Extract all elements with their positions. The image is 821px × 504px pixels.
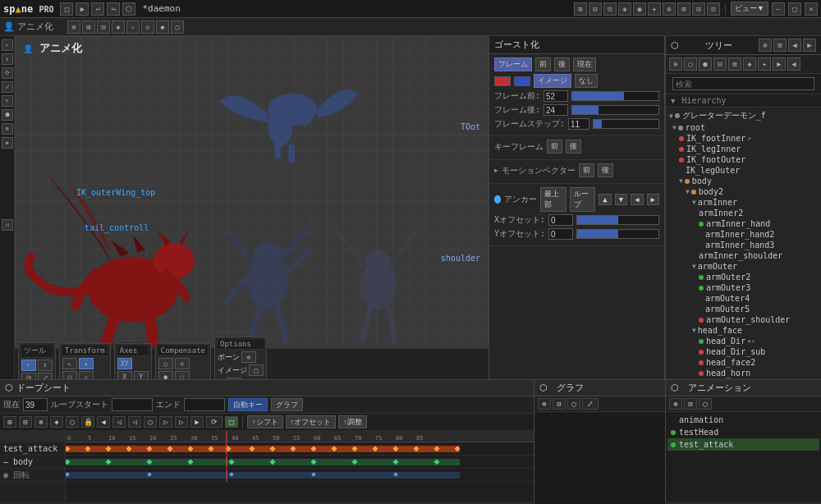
tree-item[interactable]: head_mouth — [666, 378, 821, 379]
none-tab[interactable]: なし — [575, 74, 598, 88]
top-btn[interactable]: 最上部 — [540, 187, 566, 212]
down-btn[interactable]: ▼ — [615, 194, 627, 205]
view-menu-btn[interactable]: ビュー▼ — [731, 2, 768, 16]
axes-btn-3[interactable]: Y — [134, 371, 149, 379]
axes-btn-2[interactable]: X — [117, 371, 132, 379]
anim-item-3[interactable]: test_attack — [667, 438, 819, 451]
tree-tb-6[interactable]: ◈ — [743, 57, 756, 71]
graph-btn-3[interactable]: ○ — [567, 398, 580, 410]
tree-item[interactable]: armOuter5 — [666, 304, 821, 314]
x-offset-bar[interactable] — [576, 215, 659, 225]
tool-scale[interactable]: ⤢ — [38, 373, 53, 380]
tool-move[interactable]: ↕ — [38, 360, 53, 371]
tree-item[interactable]: armInner_shoulder — [666, 250, 821, 261]
ds-ctrl-8[interactable]: ◁ — [112, 416, 126, 428]
toolbar-icon-2[interactable]: ⊟ — [589, 2, 602, 16]
tool-7[interactable]: ⊕ — [2, 123, 13, 135]
anim-btn-3[interactable]: ○ — [699, 398, 712, 410]
tree-item[interactable]: ▼ グレーターデーモン_f — [666, 109, 821, 122]
transform-btn-2[interactable]: ✦ — [79, 358, 94, 369]
comp-btn-1[interactable]: ○ — [158, 358, 173, 369]
tree-tb-9[interactable]: ◀ — [787, 57, 800, 71]
toolbar-icon-3[interactable]: ⊡ — [603, 2, 617, 16]
comp-btn-2[interactable]: ⊙ — [175, 358, 190, 369]
ds-ctrl-13[interactable]: ▶ — [190, 416, 204, 428]
toolbar-icon-6[interactable]: ✦ — [648, 2, 661, 16]
toolbar-icon-10[interactable]: ⊡ — [707, 2, 720, 16]
close-btn[interactable]: × — [805, 2, 818, 16]
tree-collapse[interactable]: ◀ — [788, 39, 801, 52]
motion-toggle[interactable]: ▶ — [494, 167, 498, 174]
toolbar-icon-9[interactable]: ⊟ — [692, 2, 705, 16]
open-icon[interactable]: ▶ — [76, 2, 89, 16]
ds-ctrl-10[interactable]: ○ — [144, 416, 157, 428]
transform-btn-4[interactable]: △ — [79, 371, 94, 379]
track-label-2[interactable]: – body — [0, 456, 65, 469]
tool-1[interactable]: ↖ — [2, 39, 13, 51]
image-option-icon[interactable]: □ — [249, 364, 264, 376]
second-tb-icon-3[interactable]: ⊟ — [97, 21, 110, 34]
tree-item[interactable]: head_horn — [666, 368, 821, 378]
toolbar-icon-7[interactable]: ⊕ — [663, 2, 676, 16]
settings-icon[interactable]: ⬡ — [122, 2, 135, 16]
track-data-3[interactable] — [66, 469, 534, 482]
tool-6[interactable]: ⬟ — [2, 109, 13, 121]
frame-step-input[interactable] — [568, 118, 589, 130]
ds-ctrl-2[interactable]: ⊟ — [19, 416, 32, 428]
tree-tb-3[interactable]: ● — [699, 57, 712, 71]
autokey-btn[interactable]: 自動キー — [228, 398, 268, 411]
anim-btn-1[interactable]: ⊕ — [669, 398, 682, 410]
undo-icon[interactable]: ↩ — [91, 2, 104, 16]
tree-tb-8[interactable]: ▶ — [773, 57, 786, 71]
tree-tool-1[interactable]: ⊕ — [759, 39, 772, 52]
toolbar-icon-5[interactable]: ◉ — [633, 2, 646, 16]
bone-option-icon[interactable]: ⊕ — [241, 351, 256, 363]
tree-tool-2[interactable]: ⊞ — [773, 39, 787, 52]
tree-item[interactable]: armInner2 — [666, 208, 821, 218]
ds-ctrl-7[interactable]: ◀ — [97, 416, 110, 428]
transform-btn-1[interactable]: ↖ — [62, 358, 77, 369]
y-offset-bar[interactable] — [576, 229, 659, 239]
second-tb-icon-2[interactable]: ⊞ — [82, 21, 95, 34]
graph-content[interactable] — [534, 412, 665, 504]
frame-before-input[interactable] — [544, 90, 568, 102]
toolbar-icon-4[interactable]: ◈ — [618, 2, 631, 16]
tree-item[interactable]: IK_footInner ↗ — [666, 133, 821, 144]
tree-search-input[interactable] — [672, 77, 814, 90]
adjust-btn[interactable]: ↑調整 — [338, 415, 367, 428]
prev-btn[interactable]: ◀ — [631, 194, 643, 205]
axes-btn-1[interactable]: XY — [117, 358, 132, 369]
tree-tb-7[interactable]: ✦ — [758, 57, 771, 71]
graph-fit-btn[interactable]: ⤢ — [582, 398, 599, 410]
tree-item[interactable]: armOuter_shoulder — [666, 314, 821, 325]
tool-rotate[interactable]: ⟳ — [21, 373, 36, 380]
frame-tab[interactable]: フレーム — [494, 57, 532, 71]
second-tb-icon-1[interactable]: ⊕ — [67, 21, 80, 34]
swatch-red[interactable] — [494, 76, 511, 86]
image-tab[interactable]: イメージ — [534, 74, 571, 88]
loop-start-input[interactable] — [112, 398, 153, 411]
second-tb-icon-8[interactable]: ○ — [171, 21, 184, 34]
second-tb-icon-5[interactable]: ✧ — [126, 21, 140, 34]
up-btn[interactable]: ▲ — [599, 194, 611, 205]
tool-2[interactable]: ↕ — [2, 53, 13, 65]
ds-lock-btn[interactable]: 🔒 — [81, 416, 94, 428]
loop-btn[interactable]: ループ — [570, 187, 595, 212]
tree-item[interactable]: armInner_hand3 — [666, 240, 821, 250]
next-btn[interactable]: ▶ — [647, 194, 659, 205]
x-offset-input[interactable] — [548, 214, 573, 226]
graph-btn[interactable]: グラフ — [271, 398, 303, 411]
tree-item[interactable]: head_Dir ✦✧ — [666, 336, 821, 346]
tree-item[interactable]: ▼ root — [666, 122, 821, 133]
frame-after-input[interactable] — [544, 104, 568, 116]
viewport[interactable]: 👤 アニメ化 — [15, 36, 488, 379]
frame-before-bar[interactable] — [571, 91, 659, 101]
ds-ctrl-9[interactable]: ◁ — [128, 416, 141, 428]
kf-before-btn[interactable]: 前 — [547, 140, 562, 153]
tree-item[interactable]: head_face2 — [666, 357, 821, 368]
tree-item[interactable]: ▼ head_face — [666, 325, 821, 336]
offset-btn[interactable]: ↑オフセット — [286, 415, 337, 428]
tool-4[interactable]: ⤢ — [2, 81, 13, 93]
comp-btn-4[interactable]: ◌ — [175, 371, 190, 379]
motion-before-btn[interactable]: 前 — [579, 163, 594, 177]
